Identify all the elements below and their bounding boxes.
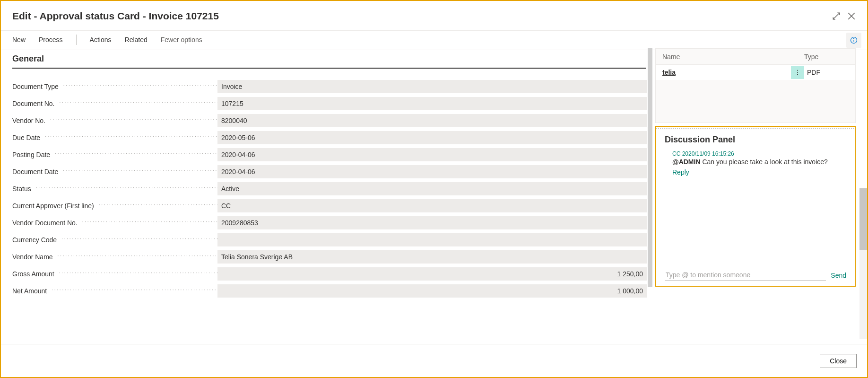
toolbar-separator [76,35,77,45]
attachments-header: Name Type [656,49,855,65]
field-row: Vendor Document No.2009280853 [12,214,647,231]
right-panel: Name Type telia PDF Discussion Panel CC [655,48,867,339]
svg-line-0 [833,16,836,19]
field-row: StatusActive [12,180,647,197]
toolbar-fewer-options[interactable]: Fewer options [161,36,202,44]
send-button[interactable]: Send [831,272,846,279]
page-title: Edit - Approval status Card - Invoice 10… [12,10,219,22]
action-toolbar: New Process Actions Related Fewer option… [1,31,867,50]
left-scrollbar[interactable] [648,48,652,339]
field-value[interactable]: 2009280853 [217,216,647,229]
field-label: Vendor Document No. [12,219,217,227]
dialog-window: Edit - Approval status Card - Invoice 10… [0,0,868,378]
comment-timestamp: 2020/11/09 16:15:26 [682,150,734,157]
svg-point-8 [797,72,798,73]
header-actions [832,12,856,20]
field-value[interactable]: 8200040 [217,114,647,127]
field-row: Currency Code [12,231,647,248]
toolbar-actions[interactable]: Actions [90,36,112,44]
svg-point-7 [797,70,798,71]
field-label: Document Type [12,83,217,90]
field-value[interactable]: CC [217,199,647,212]
comment-author: CC [672,150,680,157]
svg-point-9 [797,74,798,75]
field-value[interactable]: 1 250,00 [217,267,647,281]
dialog-footer: Close [1,344,867,377]
field-row: Posting Date2020-04-06 [12,146,647,163]
close-icon[interactable] [847,12,856,20]
field-value[interactable]: 1 000,00 [217,284,647,298]
attachment-name-link[interactable]: telia [662,69,791,76]
field-value[interactable]: 107215 [217,97,647,110]
field-value[interactable]: Telia Sonera Sverige AB [217,250,647,264]
discussion-title: Discussion Panel [665,135,846,145]
field-row: Document TypeInvoice [12,78,647,95]
general-section-title: General [12,54,646,69]
attachment-row: telia PDF [656,65,855,80]
attachments-col-type: Type [804,53,852,61]
toolbar-new[interactable]: New [12,36,26,44]
field-label: Status [12,185,217,193]
field-row: Vendor NameTelia Sonera Sverige AB [12,248,647,265]
comment-mention: @ADMIN [672,158,701,166]
field-value[interactable]: 2020-04-06 [217,165,647,178]
attachment-more-button[interactable] [791,66,804,79]
dialog-body: General Document TypeInvoiceDocument No.… [1,48,867,339]
field-label: Current Approver (First line) [12,202,217,210]
comment-body: Can you please take a look at this invoi… [702,158,827,166]
restore-down-icon[interactable] [832,12,841,20]
field-value[interactable] [217,233,647,246]
attachment-type: PDF [807,69,852,76]
field-row: Document Date2020-04-06 [12,163,647,180]
attachments-panel: Name Type telia PDF [655,48,856,123]
field-row: Gross Amount1 250,00 [12,265,647,282]
discussion-footer: Send [665,269,846,281]
svg-line-1 [836,13,840,16]
field-label: Vendor Name [12,253,217,261]
svg-point-6 [853,38,854,39]
field-value[interactable]: 2020-04-06 [217,148,647,161]
right-scrollbar[interactable] [859,188,867,339]
discussion-input[interactable] [665,269,826,281]
field-row: Current Approver (First line)CC [12,197,647,214]
info-button[interactable] [846,33,861,48]
field-label: Document No. [12,100,217,107]
discussion-body: CC 2020/11/09 16:15:26 @ADMIN Can you pl… [665,150,846,269]
field-row: Net Amount1 000,00 [12,282,647,299]
close-button[interactable]: Close [820,354,857,368]
field-label: Net Amount [12,287,217,295]
reply-link[interactable]: Reply [672,168,689,176]
field-label: Document Date [12,168,217,176]
field-row: Due Date2020-05-06 [12,129,647,146]
field-label: Due Date [12,134,217,141]
field-value[interactable]: Invoice [217,80,647,93]
dialog-header: Edit - Approval status Card - Invoice 10… [1,1,867,30]
discussion-panel: Discussion Panel CC 2020/11/09 16:15:26 … [655,126,856,287]
comment-meta: CC 2020/11/09 16:15:26 [672,150,846,157]
field-row: Vendor No.8200040 [12,112,647,129]
field-label: Posting Date [12,151,217,158]
comment-text: @ADMIN Can you please take a look at thi… [672,158,846,166]
attachments-col-name: Name [662,53,804,61]
general-panel: General Document TypeInvoiceDocument No.… [1,48,655,339]
toolbar-process[interactable]: Process [39,36,63,44]
field-value[interactable]: 2020-05-06 [217,131,647,144]
toolbar-related[interactable]: Related [125,36,148,44]
field-row: Document No.107215 [12,95,647,112]
field-label: Vendor No. [12,117,217,124]
field-label: Gross Amount [12,270,217,278]
field-label: Currency Code [12,236,217,244]
field-value[interactable]: Active [217,182,647,195]
